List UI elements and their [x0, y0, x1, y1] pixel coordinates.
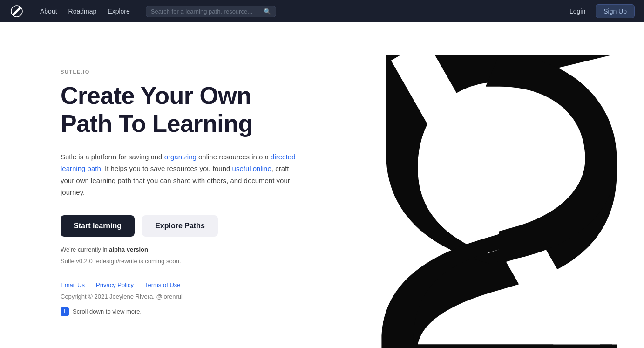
nav-link-about[interactable]: About [35, 5, 62, 18]
copyright: Copyright © 2021 Joeylene Rivera. @joren… [61, 293, 317, 300]
search-icon: 🔍 [264, 8, 271, 15]
big-logo-container [378, 50, 620, 348]
nav-logo-icon[interactable] [9, 4, 24, 19]
hero-right [354, 22, 644, 348]
alpha-text-prefix: We're currently in [61, 246, 109, 253]
version-notice: Sutle v0.2.0 redesign/rewrite is coming … [61, 258, 317, 265]
nav-link-explore[interactable]: Explore [103, 5, 134, 18]
nav-links: About Roadmap Explore [35, 5, 135, 18]
useful-link[interactable]: useful online [232, 164, 271, 172]
brand-label: SUTLE.IO [61, 69, 317, 75]
alpha-text-suffix: . [148, 246, 150, 253]
signup-button[interactable]: Sign Up [596, 4, 635, 18]
hero-left: SUTLE.IO Create Your Own Path To Learnin… [0, 22, 354, 344]
explore-paths-button[interactable]: Explore Paths [142, 215, 218, 237]
big-s-logo [378, 50, 620, 348]
privacy-policy-link[interactable]: Privacy Policy [96, 281, 134, 288]
nav-link-roadmap[interactable]: Roadmap [64, 5, 102, 18]
hero-buttons: Start learning Explore Paths [61, 215, 317, 237]
organizing-link[interactable]: organizing [164, 153, 197, 161]
alpha-bold: alpha version [109, 246, 148, 253]
hero-title-line2: Path To Learning [61, 110, 253, 137]
email-us-link[interactable]: Email Us [61, 281, 85, 288]
scroll-text: Scroll down to view more. [73, 308, 142, 315]
hero-description: Sutle is a platform for saving and organ… [61, 151, 303, 198]
scroll-icon: i [61, 307, 69, 316]
hero-title-line1: Create Your Own [61, 82, 251, 109]
terms-of-use-link[interactable]: Terms of Use [145, 281, 181, 288]
start-learning-button[interactable]: Start learning [61, 215, 135, 237]
scroll-notice: i Scroll down to view more. [61, 307, 317, 316]
footer-links: Email Us Privacy Policy Terms of Use [61, 281, 317, 288]
search-input[interactable] [151, 8, 260, 15]
alpha-notice: We're currently in alpha version. [61, 246, 317, 253]
navbar: About Roadmap Explore 🔍 Login Sign Up [0, 0, 644, 22]
nav-right: Login Sign Up [564, 4, 635, 18]
search-box[interactable]: 🔍 [146, 6, 276, 17]
main-container: SUTLE.IO Create Your Own Path To Learnin… [0, 22, 644, 348]
hero-title: Create Your Own Path To Learning [61, 82, 317, 138]
login-button[interactable]: Login [564, 5, 591, 18]
